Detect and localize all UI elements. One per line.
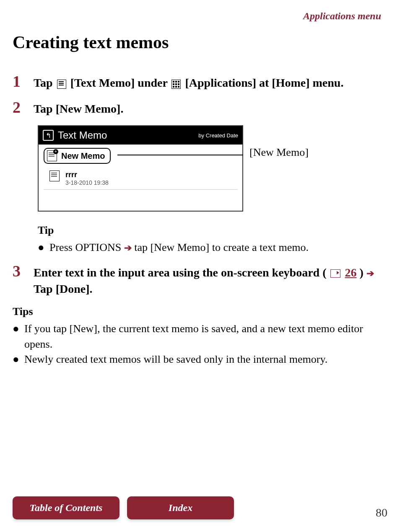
step-number: 2 (13, 99, 34, 117)
step-text: Enter text in the input area using the o… (34, 266, 326, 279)
bullet-icon: ● (13, 352, 24, 367)
step-text: ) (359, 266, 366, 279)
tips-title: Tips (13, 305, 387, 318)
step-3: 3 Enter text in the input area using the… (13, 263, 387, 297)
step-1: 1 Tap [Text Memo] under [Applications] a… (13, 73, 387, 91)
index-button[interactable]: Index (127, 496, 234, 519)
new-memo-button: New Memo (44, 148, 111, 164)
tip-item: ● If you tap [New], the current text mem… (13, 321, 387, 352)
text-memo-icon (57, 80, 66, 89)
step-text: [Text Memo] under (70, 76, 171, 89)
footer-nav: Table of Contents Index 80 (13, 496, 387, 519)
device-header: ↰ Text Memo by Created Date (39, 126, 242, 145)
tip-item: ● Press OPTIONS ➔ tap [New Memo] to crea… (38, 240, 387, 255)
tip-item: ● Newly created text memos will be saved… (13, 352, 387, 367)
callout-line (117, 155, 243, 155)
toc-button[interactable]: Table of Contents (13, 496, 119, 519)
arrow-icon: ➔ (366, 268, 374, 279)
tip-text: tap [New Memo] to create a text memo. (134, 241, 309, 253)
page-icon (330, 269, 340, 278)
step-2: 2 Tap [New Memo]. (13, 99, 387, 117)
callout-label: [New Memo] (249, 146, 309, 159)
step-text: Tap [Done]. (34, 282, 93, 295)
step-content: Tap [Text Memo] under [Applications] at … (34, 73, 387, 91)
new-memo-row: New Memo (39, 145, 242, 167)
memo-item-title: rrrr (65, 170, 109, 179)
step-number: 3 (13, 263, 34, 297)
tip-title: Tip (38, 224, 387, 237)
device-title: Text Memo (58, 129, 107, 141)
page-title: Creating text memos (13, 32, 387, 52)
page-number: 80 (376, 506, 387, 519)
device-screenshot: ↰ Text Memo by Created Date New Memo rrr… (38, 125, 243, 212)
new-memo-label: New Memo (61, 151, 105, 161)
tips-section: Tips ● If you tap [New], the current tex… (13, 305, 387, 367)
tip-text: Newly created text memos will be saved o… (24, 352, 327, 367)
step-text: Tap (34, 76, 56, 89)
breadcrumb[interactable]: Applications menu (13, 8, 387, 22)
page-link[interactable]: 26 (345, 266, 356, 279)
new-memo-icon (47, 150, 57, 161)
step-content: Tap [New Memo]. (34, 99, 387, 117)
arrow-icon: ➔ (124, 243, 132, 253)
sort-label: by Created Date (198, 132, 238, 139)
memo-list-item: rrrr 3-18-2010 19:38 (44, 167, 237, 190)
bullet-icon: ● (38, 240, 49, 255)
applications-icon (171, 80, 181, 89)
bullet-icon: ● (13, 321, 24, 352)
step-number: 1 (13, 73, 34, 91)
memo-item-date: 3-18-2010 19:38 (65, 179, 109, 186)
tip-text: Press OPTIONS (49, 241, 124, 253)
back-icon: ↰ (43, 130, 54, 141)
tip-section: Tip ● Press OPTIONS ➔ tap [New Memo] to … (38, 224, 387, 255)
memo-icon (49, 170, 60, 181)
screenshot-container: ↰ Text Memo by Created Date New Memo rrr… (38, 125, 387, 212)
step-content: Enter text in the input area using the o… (34, 263, 387, 297)
tip-text: If you tap [New], the current text memo … (24, 321, 387, 352)
step-text: [Applications] at [Home] menu. (185, 76, 343, 89)
